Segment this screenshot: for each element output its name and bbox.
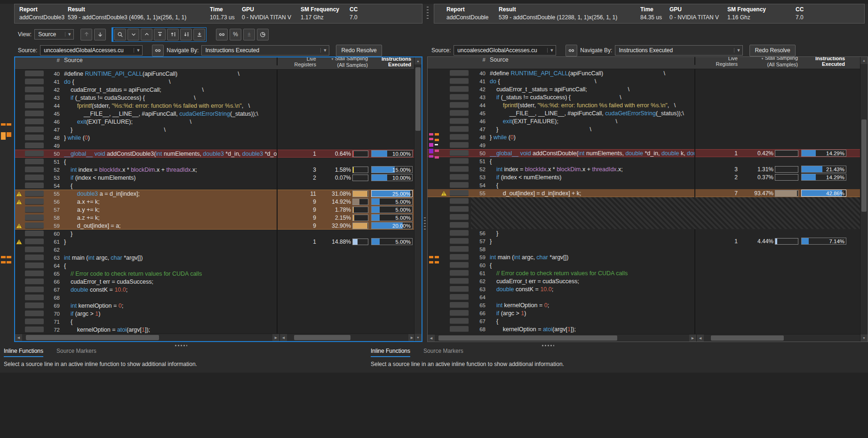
- horizontal-scrollbar[interactable]: ◀▶◀▶: [428, 334, 860, 342]
- code-line-47[interactable]: 47 } \: [15, 126, 414, 134]
- navigate-by-dropdown[interactable]: Instructions Executed ▼: [615, 45, 743, 56]
- code-line-56[interactable]: 56 }: [428, 229, 860, 237]
- move-up-button[interactable]: [80, 29, 92, 40]
- code-line-49[interactable]: 49: [15, 142, 414, 150]
- code-line-66[interactable]: 66 if (argc > 1): [428, 309, 860, 317]
- navigate-by-dropdown[interactable]: Instructions Executed ▼: [201, 45, 329, 56]
- scroll-track[interactable]: [287, 334, 408, 341]
- column-header-stall-sampling[interactable]: ▾ Stall Sampling(All Samples): [742, 57, 800, 67]
- code-line-72[interactable]: 72 kernelOption = atoi(argv[1]);: [15, 326, 414, 334]
- code-line-50[interactable]: 50__global__ void addConstDouble(int num…: [428, 149, 860, 157]
- code-line-70[interactable]: 70 if (argc > 1): [15, 310, 414, 318]
- scroll-thumb[interactable]: [711, 335, 784, 341]
- scroll-track[interactable]: [435, 334, 689, 342]
- redo-resolve-button[interactable]: Redo Resolve: [336, 45, 382, 56]
- header-splitter-grip[interactable]: [427, 7, 429, 21]
- code-line-68[interactable]: 68 kernelOption = atoi(argv[1]);: [428, 325, 860, 333]
- code-line-52[interactable]: 52 int index = blockIdx.x * blockDim.x +…: [428, 165, 860, 173]
- code-line-41[interactable]: 41do { \: [428, 77, 860, 85]
- code-line-61[interactable]: 61 // Error code to check return values …: [428, 269, 860, 277]
- tab-inline-functions[interactable]: Inline Functions: [371, 348, 410, 357]
- code-line-45[interactable]: 45 __FILE__, __LINE__, #apiFuncCall, cud…: [15, 110, 414, 118]
- code-line-50[interactable]: 50__global__ void addConstDouble3(int nu…: [15, 150, 414, 158]
- plus-minus-icon[interactable]: ±: [243, 29, 255, 40]
- scrollbar-section[interactable]: ◀▶: [15, 334, 280, 341]
- source-panel-right[interactable]: #SourceLiveRegisters▾ Stall Sampling(All…: [427, 56, 868, 342]
- code-line-65[interactable]: 65 int kernelOption = 0;: [428, 301, 860, 309]
- scroll-thumb[interactable]: [438, 335, 617, 341]
- code-line-71[interactable]: 71 {: [15, 318, 414, 326]
- scroll-up-arrow-icon[interactable]: ▲: [860, 57, 868, 64]
- find-prev-icon[interactable]: [141, 29, 152, 40]
- vertical-scrollbar[interactable]: ▲▼: [414, 57, 422, 341]
- code-line-63[interactable]: 63 double constK = 10.0;: [428, 285, 860, 293]
- scrollbar-section[interactable]: ◀▶: [428, 334, 697, 342]
- tab-source-markers[interactable]: Source Markers: [56, 348, 96, 357]
- prev-occurrence-icon[interactable]: [167, 29, 179, 40]
- code-line-49[interactable]: 49: [428, 141, 860, 149]
- code-line-53[interactable]: 53 if (index < numElements)20.37%14.29%: [428, 173, 860, 181]
- code-line-48[interactable]: 48} while (0): [428, 133, 860, 141]
- code-line-44[interactable]: 44 fprintf(stderr, "%s:%d: error: functi…: [428, 101, 860, 109]
- code-line-62[interactable]: 62: [15, 246, 414, 254]
- code-line-55[interactable]: 55 d_out[index] = d_in[index] + k;793.47…: [428, 189, 860, 197]
- scroll-track[interactable]: [22, 334, 272, 341]
- vertical-scrollbar[interactable]: ▲▼: [860, 57, 868, 342]
- code-line-42[interactable]: 42 cudaError_t _status = apiFuncCall; \: [15, 86, 414, 94]
- tab-source-markers[interactable]: Source Markers: [423, 348, 463, 357]
- code-line-42[interactable]: 42 cudaError_t _status = apiFuncCall; \: [428, 85, 860, 93]
- search-icon[interactable]: [114, 29, 126, 40]
- pie-chart-icon[interactable]: [257, 29, 269, 40]
- code-line-57[interactable]: 57 a.y += k;91.78%5.00%: [15, 206, 414, 214]
- code-line-41[interactable]: 41do { \: [15, 78, 414, 86]
- code-line-62[interactable]: 62 cudaError_t err = cudaSuccess;: [428, 277, 860, 285]
- scroll-right-arrow-icon[interactable]: ▶: [689, 334, 696, 342]
- code-line-54[interactable]: 54 {: [15, 182, 414, 190]
- source-file-dropdown[interactable]: uncoalescedGlobalAccesses.cu ▼: [454, 45, 556, 56]
- scroll-thumb[interactable]: [294, 335, 350, 340]
- code-line-60[interactable]: 60 }: [15, 230, 414, 238]
- code-line-40[interactable]: 40#define RUNTIME_API_CALL(apiFuncCall) …: [428, 69, 860, 77]
- code-line-43[interactable]: 43 if (_status != cudaSuccess) { \: [428, 93, 860, 101]
- code-line-61[interactable]: 61}114.88%5.00%: [15, 238, 414, 246]
- scroll-right-arrow-icon[interactable]: ▶: [408, 334, 414, 341]
- horizontal-scrollbar[interactable]: ◀▶◀▶: [15, 334, 414, 341]
- scroll-down-arrow-icon[interactable]: ▼: [860, 334, 868, 342]
- code-line-69[interactable]: 69 int kernelOption = 0;: [15, 302, 414, 310]
- splitter-dots[interactable]: [175, 345, 187, 346]
- scroll-up-arrow-icon[interactable]: ▲: [414, 57, 422, 64]
- scroll-down-arrow-icon[interactable]: ▼: [414, 334, 422, 341]
- percent-icon[interactable]: %: [230, 29, 241, 40]
- code-line-58[interactable]: 58: [428, 245, 860, 253]
- next-occurrence-icon[interactable]: [180, 29, 192, 40]
- tab-inline-functions[interactable]: Inline Functions: [4, 348, 43, 357]
- code-line-51[interactable]: 51{: [15, 158, 414, 166]
- scroll-right-arrow-icon[interactable]: ▶: [272, 334, 279, 341]
- link-icon[interactable]: [565, 45, 577, 56]
- code-line-45[interactable]: 45 __FILE__, __LINE__, #apiFuncCall, cud…: [428, 109, 860, 117]
- code-line-68[interactable]: 68: [15, 294, 414, 302]
- goto-end-icon[interactable]: [193, 29, 205, 40]
- scroll-thumb[interactable]: [415, 67, 421, 131]
- column-header-stall-sampling[interactable]: ▾ Stall Sampling(All Samples): [321, 57, 370, 68]
- code-line-64[interactable]: 64: [428, 293, 860, 301]
- scroll-left-arrow-icon[interactable]: ◀: [428, 334, 435, 342]
- scrollbar-section[interactable]: ◀▶: [697, 334, 860, 342]
- view-dropdown[interactable]: Source ▼: [34, 29, 74, 40]
- code-line-46[interactable]: 46 exit(EXIT_FAILURE); \: [428, 117, 860, 125]
- code-line-60[interactable]: 60{: [428, 261, 860, 269]
- code-line-55[interactable]: 55 double3 a = d_in[index];1131.08%25.00…: [15, 190, 414, 198]
- column-header-live-registers[interactable]: LiveRegisters: [278, 57, 321, 67]
- code-line-51[interactable]: 51{: [428, 157, 860, 165]
- splitter-dots[interactable]: [542, 345, 554, 346]
- column-header-source[interactable]: Source: [64, 57, 277, 69]
- code-line-44[interactable]: 44 fprintf(stderr, "%s:%d: error: functi…: [15, 102, 414, 110]
- scroll-track[interactable]: [704, 334, 860, 342]
- scroll-thumb[interactable]: [861, 119, 867, 212]
- code-line-67[interactable]: 67 double constK = 10.0;: [15, 286, 414, 294]
- column-header-instructions-executed[interactable]: InstructionsExecuted: [370, 57, 414, 67]
- code-line-65[interactable]: 65 // Error code to check return values …: [15, 270, 414, 278]
- code-line-46[interactable]: 46 exit(EXIT_FAILURE); \: [15, 118, 414, 126]
- panel-splitter-grip[interactable]: [424, 217, 426, 230]
- code-line-69[interactable]: 69 }: [428, 333, 860, 334]
